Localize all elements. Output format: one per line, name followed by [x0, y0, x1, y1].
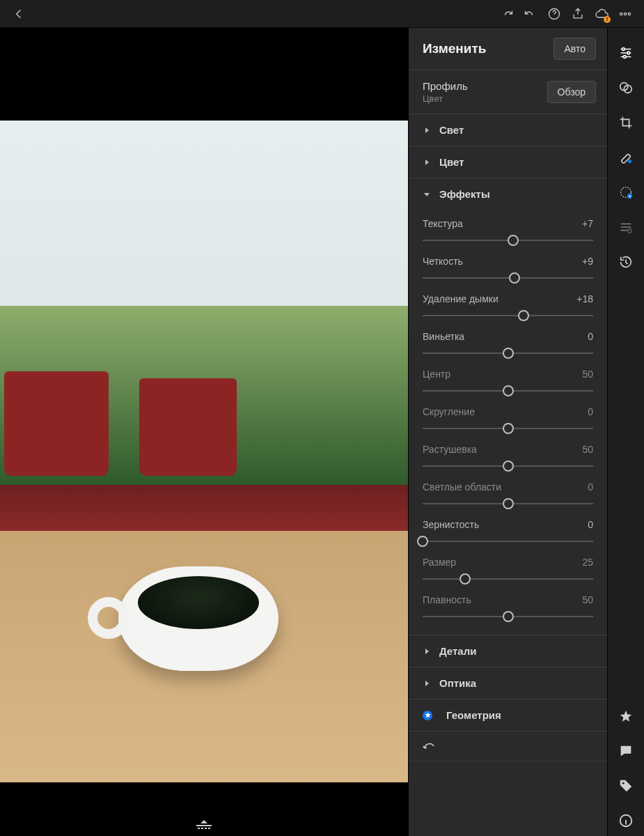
auto-button[interactable]: Авто [553, 38, 596, 60]
slider-handle-feather[interactable] [503, 460, 514, 472]
slider-value-midpoint: 50 [582, 369, 593, 380]
slider-value-roundness: 0 [588, 406, 593, 417]
more-button[interactable] [613, 2, 637, 26]
slider-value-clarity: +9 [582, 256, 593, 267]
rate-star-icon[interactable] [611, 701, 641, 732]
slider-value-dehaze: +18 [576, 293, 593, 304]
slider-label-midpoint: Центр [423, 369, 450, 380]
slider-track-vignette[interactable] [423, 346, 593, 360]
svg-point-9 [622, 48, 625, 51]
section-geometry: Геометрия [409, 699, 607, 732]
premium-star-icon [423, 711, 432, 720]
section-geometry-label: Геометрия [446, 709, 501, 721]
slider-track-grain[interactable] [423, 534, 593, 548]
edit-tool-icon[interactable] [611, 38, 641, 68]
effects-sliders: Текстура+7Четкость+9Удаление дымки+18Вин… [409, 210, 607, 635]
slider-texture: Текстура+7 [423, 212, 593, 250]
slider-track-feather[interactable] [423, 459, 593, 473]
slider-track-smoothness[interactable] [423, 610, 593, 624]
slider-handle-grain[interactable] [417, 536, 428, 547]
slider-handle-smoothness[interactable] [503, 611, 514, 622]
redo-button[interactable] [495, 2, 519, 26]
slider-track-dehaze[interactable] [423, 309, 593, 323]
slider-roundness: Скругление0 [423, 401, 593, 438]
slider-handle-highlights[interactable] [503, 498, 514, 509]
svg-point-1 [620, 13, 622, 15]
svg-rect-7 [205, 828, 207, 829]
slider-dehaze: Удаление дымки+18 [423, 288, 593, 325]
app-root: ! Изменить Авто Профиль [0, 0, 644, 836]
section-optics-header[interactable]: Оптика [409, 667, 607, 699]
share-button[interactable] [566, 2, 590, 26]
section-optics: Оптика [409, 667, 607, 699]
versions-tool-icon[interactable] [611, 212, 641, 242]
slider-value-smoothness: 50 [582, 594, 593, 605]
section-detail-header[interactable]: Детали [409, 635, 607, 667]
crop-tool-icon[interactable] [611, 107, 641, 138]
slider-label-size: Размер [423, 557, 456, 568]
section-color-header[interactable]: Цвет [409, 146, 607, 178]
section-color: Цвет [409, 146, 607, 178]
tag-icon[interactable] [611, 771, 641, 801]
section-detail: Детали [409, 635, 607, 667]
section-light-header[interactable]: Свет [409, 114, 607, 146]
chevron-down-icon [423, 191, 431, 198]
section-color-label: Цвет [439, 156, 464, 168]
undo-button[interactable] [519, 2, 542, 26]
svg-rect-5 [198, 828, 200, 829]
slider-track-clarity[interactable] [423, 271, 593, 285]
chevron-right-icon [423, 127, 431, 134]
slider-smoothness: Плавность50 [423, 589, 593, 626]
profile-value: Цвет [423, 93, 468, 104]
slider-label-highlights: Светлые области [423, 481, 501, 493]
cloud-status-button[interactable]: ! [590, 2, 613, 26]
slider-handle-vignette[interactable] [503, 348, 514, 359]
section-geometry-header[interactable]: Геометрия [409, 699, 607, 731]
slider-handle-texture[interactable] [508, 235, 519, 246]
photo-canvas[interactable] [0, 28, 408, 836]
slider-handle-size[interactable] [460, 573, 471, 585]
slider-value-vignette: 0 [588, 331, 593, 342]
profile-label: Профиль [423, 80, 468, 92]
presets-tool-icon[interactable] [611, 72, 641, 103]
slider-handle-roundness[interactable] [503, 423, 514, 434]
slider-handle-dehaze[interactable] [518, 310, 529, 321]
slider-handle-clarity[interactable] [509, 272, 520, 284]
slider-track-midpoint[interactable] [423, 384, 593, 398]
healing-tool-icon[interactable] [611, 142, 641, 173]
profile-browse-button[interactable]: Обзор [547, 81, 596, 103]
svg-point-2 [624, 13, 626, 15]
chevron-right-icon [423, 680, 431, 687]
svg-point-3 [628, 13, 630, 15]
section-light: Свет [409, 114, 607, 146]
info-icon[interactable] [611, 805, 641, 836]
svg-point-19 [622, 782, 625, 784]
section-effects-label: Эффекты [439, 188, 490, 200]
slider-track-roundness[interactable] [423, 421, 593, 435]
panel-title: Изменить [423, 41, 486, 56]
slider-track-highlights[interactable] [423, 497, 593, 511]
svg-rect-4 [196, 825, 212, 826]
back-button[interactable] [7, 2, 31, 26]
history-tool-icon[interactable] [611, 247, 641, 277]
section-effects-header[interactable]: Эффекты [409, 178, 607, 210]
slider-handle-midpoint[interactable] [503, 385, 514, 396]
slider-label-dehaze: Удаление дымки [423, 293, 498, 304]
help-button[interactable] [542, 2, 566, 26]
cloud-warning-badge: ! [604, 16, 611, 23]
slider-track-size[interactable] [423, 572, 593, 586]
slider-label-clarity: Четкость [423, 256, 463, 267]
slider-grain: Зернистость0 [423, 513, 593, 551]
svg-point-10 [627, 52, 630, 54]
slider-track-texture[interactable] [423, 233, 593, 247]
chevron-right-icon [423, 159, 431, 166]
main-area: Изменить Авто Профиль Цвет Обзор Свет [0, 28, 644, 836]
slider-label-grain: Зернистость [423, 519, 479, 530]
comment-icon[interactable] [611, 736, 641, 766]
slider-midpoint: Центр50 [423, 363, 593, 401]
reset-button[interactable] [409, 732, 607, 761]
section-detail-label: Детали [439, 645, 476, 657]
filmstrip-toggle[interactable] [196, 819, 212, 832]
slider-highlights: Светлые области0 [423, 476, 593, 513]
mask-tool-icon[interactable] [611, 177, 641, 208]
